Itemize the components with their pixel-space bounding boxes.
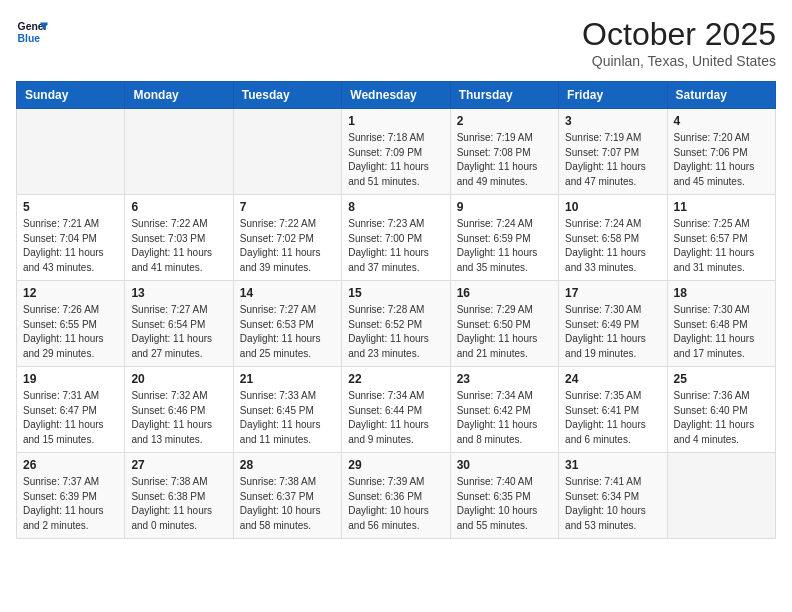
day-info: Sunrise: 7:40 AMSunset: 6:35 PMDaylight:… — [457, 475, 552, 533]
calendar-cell: 30Sunrise: 7:40 AMSunset: 6:35 PMDayligh… — [450, 453, 558, 539]
day-number: 14 — [240, 286, 335, 300]
weekday-header-saturday: Saturday — [667, 82, 775, 109]
day-number: 12 — [23, 286, 118, 300]
location: Quinlan, Texas, United States — [582, 53, 776, 69]
calendar-cell: 9Sunrise: 7:24 AMSunset: 6:59 PMDaylight… — [450, 195, 558, 281]
calendar-cell: 16Sunrise: 7:29 AMSunset: 6:50 PMDayligh… — [450, 281, 558, 367]
day-number: 17 — [565, 286, 660, 300]
calendar-cell — [17, 109, 125, 195]
day-info: Sunrise: 7:19 AMSunset: 7:08 PMDaylight:… — [457, 131, 552, 189]
day-info: Sunrise: 7:19 AMSunset: 7:07 PMDaylight:… — [565, 131, 660, 189]
day-number: 2 — [457, 114, 552, 128]
calendar-cell: 11Sunrise: 7:25 AMSunset: 6:57 PMDayligh… — [667, 195, 775, 281]
day-info: Sunrise: 7:24 AMSunset: 6:58 PMDaylight:… — [565, 217, 660, 275]
day-number: 22 — [348, 372, 443, 386]
day-number: 27 — [131, 458, 226, 472]
day-info: Sunrise: 7:27 AMSunset: 6:53 PMDaylight:… — [240, 303, 335, 361]
calendar-cell: 18Sunrise: 7:30 AMSunset: 6:48 PMDayligh… — [667, 281, 775, 367]
calendar-table: SundayMondayTuesdayWednesdayThursdayFrid… — [16, 81, 776, 539]
calendar-cell: 19Sunrise: 7:31 AMSunset: 6:47 PMDayligh… — [17, 367, 125, 453]
calendar-cell — [667, 453, 775, 539]
calendar-cell: 15Sunrise: 7:28 AMSunset: 6:52 PMDayligh… — [342, 281, 450, 367]
day-info: Sunrise: 7:41 AMSunset: 6:34 PMDaylight:… — [565, 475, 660, 533]
day-info: Sunrise: 7:30 AMSunset: 6:48 PMDaylight:… — [674, 303, 769, 361]
day-number: 5 — [23, 200, 118, 214]
svg-text:Blue: Blue — [18, 33, 41, 44]
calendar-cell: 12Sunrise: 7:26 AMSunset: 6:55 PMDayligh… — [17, 281, 125, 367]
day-info: Sunrise: 7:21 AMSunset: 7:04 PMDaylight:… — [23, 217, 118, 275]
day-info: Sunrise: 7:27 AMSunset: 6:54 PMDaylight:… — [131, 303, 226, 361]
calendar-cell: 5Sunrise: 7:21 AMSunset: 7:04 PMDaylight… — [17, 195, 125, 281]
weekday-header-friday: Friday — [559, 82, 667, 109]
day-info: Sunrise: 7:34 AMSunset: 6:44 PMDaylight:… — [348, 389, 443, 447]
day-info: Sunrise: 7:32 AMSunset: 6:46 PMDaylight:… — [131, 389, 226, 447]
title-block: October 2025 Quinlan, Texas, United Stat… — [582, 16, 776, 69]
day-info: Sunrise: 7:22 AMSunset: 7:02 PMDaylight:… — [240, 217, 335, 275]
calendar-cell: 20Sunrise: 7:32 AMSunset: 6:46 PMDayligh… — [125, 367, 233, 453]
week-row-1: 1Sunrise: 7:18 AMSunset: 7:09 PMDaylight… — [17, 109, 776, 195]
week-row-5: 26Sunrise: 7:37 AMSunset: 6:39 PMDayligh… — [17, 453, 776, 539]
day-info: Sunrise: 7:38 AMSunset: 6:37 PMDaylight:… — [240, 475, 335, 533]
day-number: 20 — [131, 372, 226, 386]
calendar-cell: 2Sunrise: 7:19 AMSunset: 7:08 PMDaylight… — [450, 109, 558, 195]
day-number: 9 — [457, 200, 552, 214]
calendar-cell: 7Sunrise: 7:22 AMSunset: 7:02 PMDaylight… — [233, 195, 341, 281]
calendar-cell: 4Sunrise: 7:20 AMSunset: 7:06 PMDaylight… — [667, 109, 775, 195]
day-info: Sunrise: 7:22 AMSunset: 7:03 PMDaylight:… — [131, 217, 226, 275]
calendar-cell: 25Sunrise: 7:36 AMSunset: 6:40 PMDayligh… — [667, 367, 775, 453]
weekday-header-row: SundayMondayTuesdayWednesdayThursdayFrid… — [17, 82, 776, 109]
logo-icon: General Blue — [16, 16, 48, 48]
day-info: Sunrise: 7:39 AMSunset: 6:36 PMDaylight:… — [348, 475, 443, 533]
day-info: Sunrise: 7:38 AMSunset: 6:38 PMDaylight:… — [131, 475, 226, 533]
calendar-cell: 3Sunrise: 7:19 AMSunset: 7:07 PMDaylight… — [559, 109, 667, 195]
weekday-header-thursday: Thursday — [450, 82, 558, 109]
calendar-cell: 10Sunrise: 7:24 AMSunset: 6:58 PMDayligh… — [559, 195, 667, 281]
day-number: 30 — [457, 458, 552, 472]
week-row-3: 12Sunrise: 7:26 AMSunset: 6:55 PMDayligh… — [17, 281, 776, 367]
day-info: Sunrise: 7:25 AMSunset: 6:57 PMDaylight:… — [674, 217, 769, 275]
week-row-4: 19Sunrise: 7:31 AMSunset: 6:47 PMDayligh… — [17, 367, 776, 453]
day-number: 29 — [348, 458, 443, 472]
day-number: 23 — [457, 372, 552, 386]
weekday-header-monday: Monday — [125, 82, 233, 109]
day-number: 18 — [674, 286, 769, 300]
day-number: 21 — [240, 372, 335, 386]
day-info: Sunrise: 7:35 AMSunset: 6:41 PMDaylight:… — [565, 389, 660, 447]
day-number: 25 — [674, 372, 769, 386]
day-info: Sunrise: 7:34 AMSunset: 6:42 PMDaylight:… — [457, 389, 552, 447]
calendar-cell: 27Sunrise: 7:38 AMSunset: 6:38 PMDayligh… — [125, 453, 233, 539]
weekday-header-tuesday: Tuesday — [233, 82, 341, 109]
day-info: Sunrise: 7:28 AMSunset: 6:52 PMDaylight:… — [348, 303, 443, 361]
day-number: 28 — [240, 458, 335, 472]
day-info: Sunrise: 7:26 AMSunset: 6:55 PMDaylight:… — [23, 303, 118, 361]
calendar-cell: 21Sunrise: 7:33 AMSunset: 6:45 PMDayligh… — [233, 367, 341, 453]
day-number: 6 — [131, 200, 226, 214]
calendar-cell: 28Sunrise: 7:38 AMSunset: 6:37 PMDayligh… — [233, 453, 341, 539]
calendar-cell: 29Sunrise: 7:39 AMSunset: 6:36 PMDayligh… — [342, 453, 450, 539]
calendar-cell: 8Sunrise: 7:23 AMSunset: 7:00 PMDaylight… — [342, 195, 450, 281]
day-info: Sunrise: 7:29 AMSunset: 6:50 PMDaylight:… — [457, 303, 552, 361]
calendar-cell: 24Sunrise: 7:35 AMSunset: 6:41 PMDayligh… — [559, 367, 667, 453]
day-number: 3 — [565, 114, 660, 128]
day-number: 31 — [565, 458, 660, 472]
day-info: Sunrise: 7:18 AMSunset: 7:09 PMDaylight:… — [348, 131, 443, 189]
day-info: Sunrise: 7:36 AMSunset: 6:40 PMDaylight:… — [674, 389, 769, 447]
day-info: Sunrise: 7:24 AMSunset: 6:59 PMDaylight:… — [457, 217, 552, 275]
day-number: 11 — [674, 200, 769, 214]
day-number: 10 — [565, 200, 660, 214]
logo: General Blue — [16, 16, 48, 48]
page-header: General Blue October 2025 Quinlan, Texas… — [16, 16, 776, 69]
day-number: 16 — [457, 286, 552, 300]
calendar-cell: 22Sunrise: 7:34 AMSunset: 6:44 PMDayligh… — [342, 367, 450, 453]
weekday-header-wednesday: Wednesday — [342, 82, 450, 109]
day-number: 13 — [131, 286, 226, 300]
day-number: 7 — [240, 200, 335, 214]
day-info: Sunrise: 7:23 AMSunset: 7:00 PMDaylight:… — [348, 217, 443, 275]
week-row-2: 5Sunrise: 7:21 AMSunset: 7:04 PMDaylight… — [17, 195, 776, 281]
calendar-cell: 31Sunrise: 7:41 AMSunset: 6:34 PMDayligh… — [559, 453, 667, 539]
day-info: Sunrise: 7:37 AMSunset: 6:39 PMDaylight:… — [23, 475, 118, 533]
day-number: 24 — [565, 372, 660, 386]
calendar-cell — [125, 109, 233, 195]
calendar-cell: 23Sunrise: 7:34 AMSunset: 6:42 PMDayligh… — [450, 367, 558, 453]
calendar-cell: 14Sunrise: 7:27 AMSunset: 6:53 PMDayligh… — [233, 281, 341, 367]
